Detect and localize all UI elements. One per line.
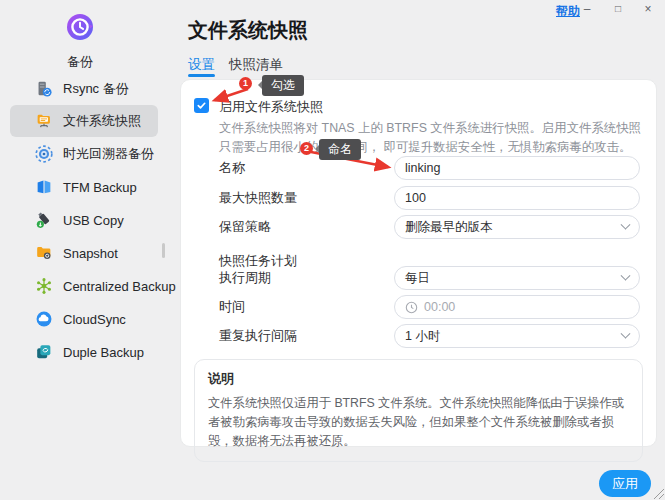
sidebar-item-label: 时光回溯器备份: [63, 145, 154, 163]
note-box: 说明 文件系统快照仅适用于 BTRFS 文件系统。文件系统快照能降低由于误操作或…: [194, 359, 643, 462]
max-snapshots-input-wrap: [394, 186, 640, 210]
note-text: 文件系统快照仅适用于 BTRFS 文件系统。文件系统快照能降低由于误操作或者被勒…: [208, 394, 629, 451]
enable-snapshot-label: 启用文件系统快照: [219, 98, 323, 116]
sidebar-item-rsync[interactable]: Rsync 备份: [10, 73, 158, 105]
sidebar-item-label: USB Copy: [63, 213, 124, 228]
folder-camera-icon: [34, 243, 54, 263]
period-select[interactable]: 每日: [394, 266, 640, 290]
repeat-value: 1 小时: [405, 328, 440, 345]
sidebar-item-time-machine[interactable]: 时光回溯器备份: [10, 138, 158, 170]
retention-label: 保留策略: [219, 215, 271, 239]
annotation-tooltip-check: 勾选: [262, 75, 304, 96]
sidebar-item-label: CloudSync: [63, 312, 126, 327]
repeat-label: 重复执行间隔: [219, 324, 297, 348]
sidebar-item-tfm-backup[interactable]: TFM Backup: [10, 171, 158, 203]
maximize-icon[interactable]: □: [608, 1, 628, 17]
period-label: 执行周期: [219, 266, 271, 290]
sidebar-item-label: 文件系统快照: [63, 112, 141, 130]
sidebar: 备份 Rsync 备份 文件系统快照: [0, 0, 178, 500]
tab-settings[interactable]: 设置: [188, 56, 215, 74]
stacked-copy-icon: [34, 342, 54, 362]
name-label: 名称: [219, 156, 245, 180]
chevron-down-icon: [621, 219, 631, 229]
retention-select[interactable]: 删除最早的版本: [394, 215, 640, 239]
tab-snapshot-list[interactable]: 快照清单: [229, 56, 283, 74]
chevron-down-icon: [621, 328, 631, 338]
clock-backup-icon: [65, 12, 95, 42]
chevron-down-icon: [621, 270, 631, 280]
repeat-select[interactable]: 1 小时: [394, 324, 640, 348]
name-input[interactable]: [405, 161, 629, 175]
sidebar-item-label: Rsync 备份: [63, 80, 129, 98]
check-icon: [196, 100, 207, 111]
sidebar-item-label: Snapshot: [63, 246, 118, 261]
sidebar-item-snapshot[interactable]: Snapshot: [10, 237, 158, 269]
open-book-icon: [34, 177, 54, 197]
active-tab-underline: [188, 74, 215, 77]
settings-panel: 启用文件系统快照 文件系统快照将对 TNAS 上的 BTRFS 文件系统进行快照…: [180, 79, 657, 447]
resize-handle[interactable]: [651, 486, 665, 500]
cloud-icon: [34, 309, 54, 329]
sidebar-item-centralized-backup[interactable]: Centralized Backup: [10, 270, 158, 302]
close-icon[interactable]: ×: [638, 1, 658, 17]
time-value: 00:00: [424, 300, 455, 314]
annotation-badge-2: 2: [300, 142, 313, 155]
sidebar-item-filesystem-snapshot[interactable]: 文件系统快照: [10, 105, 158, 137]
apply-button[interactable]: 应用: [599, 470, 651, 497]
minimize-icon[interactable]: –: [577, 1, 597, 17]
time-input[interactable]: 00:00: [394, 295, 640, 319]
clock-icon: [405, 301, 418, 314]
page-title: 文件系统快照: [188, 17, 308, 44]
sidebar-item-label: TFM Backup: [63, 180, 137, 195]
sidebar-scrollbar[interactable]: [162, 243, 165, 258]
annotation-tooltip-name: 命名: [319, 139, 361, 160]
enable-snapshot-checkbox[interactable]: [194, 98, 209, 113]
max-snapshots-label: 最大快照数量: [219, 186, 297, 210]
annotation-badge-1: 1: [239, 77, 252, 90]
server-sync-icon: [34, 79, 54, 99]
snapshot-description: 文件系统快照将对 TNAS 上的 BTRFS 文件系统进行快照。启用文件系统快照…: [219, 119, 641, 157]
period-value: 每日: [405, 270, 430, 287]
max-snapshots-input[interactable]: [405, 191, 629, 205]
usb-drive-icon: [34, 210, 54, 230]
sidebar-item-label: Centralized Backup: [63, 279, 176, 294]
retention-value: 删除最早的版本: [405, 219, 493, 236]
time-label: 时间: [219, 295, 245, 319]
sidebar-item-usb-copy[interactable]: USB Copy: [10, 204, 158, 236]
time-machine-icon: [34, 144, 54, 164]
sidebar-item-duple-backup[interactable]: Duple Backup: [10, 336, 158, 368]
app-title: 备份: [0, 53, 160, 71]
name-input-wrap: [394, 156, 640, 180]
sidebar-item-cloudsync[interactable]: CloudSync: [10, 303, 158, 335]
note-title: 说明: [208, 370, 629, 388]
sidebar-item-label: Duple Backup: [63, 345, 144, 360]
network-hub-icon: [34, 276, 54, 296]
folder-network-icon: [34, 111, 54, 131]
